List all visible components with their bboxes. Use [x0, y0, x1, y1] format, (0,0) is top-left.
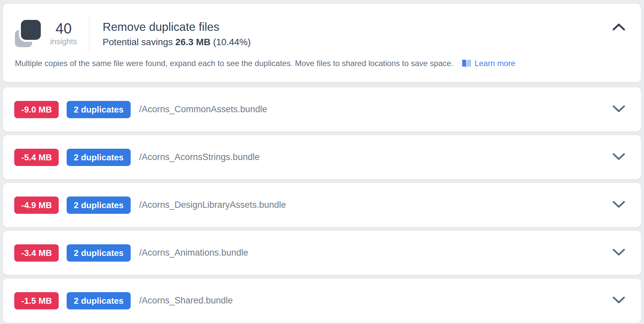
insight-header-card: 40 insights Remove duplicate files Poten…	[3, 3, 641, 82]
savings-badge: -9.0 MB	[14, 101, 59, 118]
duplicate-front-square	[21, 20, 41, 40]
chevron-down-icon	[612, 105, 625, 113]
expand-row-button[interactable]	[611, 104, 626, 115]
collapse-section-button[interactable]	[611, 22, 626, 33]
duplicates-badge: 2 duplicates	[67, 101, 130, 118]
duplicate-row[interactable]: -5.4 MB 2 duplicates /Acorns_AcornsStrin…	[3, 135, 641, 180]
savings-percent: (10.44%)	[213, 37, 251, 47]
bundle-path: /Acorns_AcornsStrings.bundle	[139, 152, 260, 162]
savings-badge: -3.4 MB	[14, 244, 59, 262]
header-title-block: Remove duplicate files Potential savings…	[102, 20, 251, 47]
duplicate-files-icon	[15, 20, 41, 47]
bundle-path: /Acorns_Animations.bundle	[139, 248, 248, 258]
chevron-down-icon	[612, 296, 625, 304]
bundle-path: /Acorns_CommonAssets.bundle	[139, 104, 267, 115]
insights-page: 40 insights Remove duplicate files Poten…	[0, 0, 644, 323]
learn-more-label: Learn more	[475, 59, 515, 68]
expand-row-button[interactable]	[611, 295, 626, 306]
header-divider	[89, 15, 89, 52]
header-top: 40 insights Remove duplicate files Poten…	[15, 12, 626, 55]
chevron-down-icon	[612, 248, 625, 256]
header-description: Multiple copies of the same file were fo…	[15, 59, 453, 68]
duplicates-badge: 2 duplicates	[67, 244, 130, 262]
book-icon	[461, 59, 472, 68]
duplicate-row[interactable]: -3.4 MB 2 duplicates /Acorns_Animations.…	[3, 230, 641, 275]
duplicates-badge: 2 duplicates	[67, 292, 130, 309]
duplicates-badge: 2 duplicates	[67, 149, 130, 166]
bundle-path: /Acorns_Shared.bundle	[139, 295, 233, 306]
page-title: Remove duplicate files	[102, 20, 251, 34]
bundle-path: /Acorns_DesignLibraryAssets.bundle	[139, 200, 286, 210]
savings-badge: -1.5 MB	[14, 292, 59, 309]
expand-row-button[interactable]	[611, 151, 626, 163]
savings-subtitle: Potential savings 26.3 MB (10.44%)	[102, 37, 251, 47]
duplicate-row[interactable]: -9.0 MB 2 duplicates /Acorns_CommonAsset…	[3, 87, 641, 132]
insight-count-block: 40 insights	[50, 21, 77, 46]
chevron-down-icon	[612, 201, 625, 208]
duplicate-row[interactable]: -4.9 MB 2 duplicates /Acorns_DesignLibra…	[3, 183, 641, 227]
learn-more-link[interactable]: Learn more	[461, 59, 515, 68]
insight-count-label: insights	[50, 37, 77, 46]
chevron-down-icon	[612, 153, 625, 161]
savings-badge: -4.9 MB	[14, 197, 59, 214]
duplicates-badge: 2 duplicates	[67, 197, 130, 214]
expand-row-button[interactable]	[611, 247, 626, 259]
savings-badge: -5.4 MB	[14, 149, 59, 166]
expand-row-button[interactable]	[611, 199, 626, 211]
chevron-up-icon	[612, 23, 625, 31]
savings-value: 26.3 MB	[175, 37, 211, 47]
duplicate-row[interactable]: -1.5 MB 2 duplicates /Acorns_Shared.bund…	[3, 278, 641, 323]
header-description-row: Multiple copies of the same file were fo…	[15, 59, 626, 68]
insight-count: 40	[50, 21, 77, 37]
savings-prefix: Potential savings	[102, 37, 173, 47]
